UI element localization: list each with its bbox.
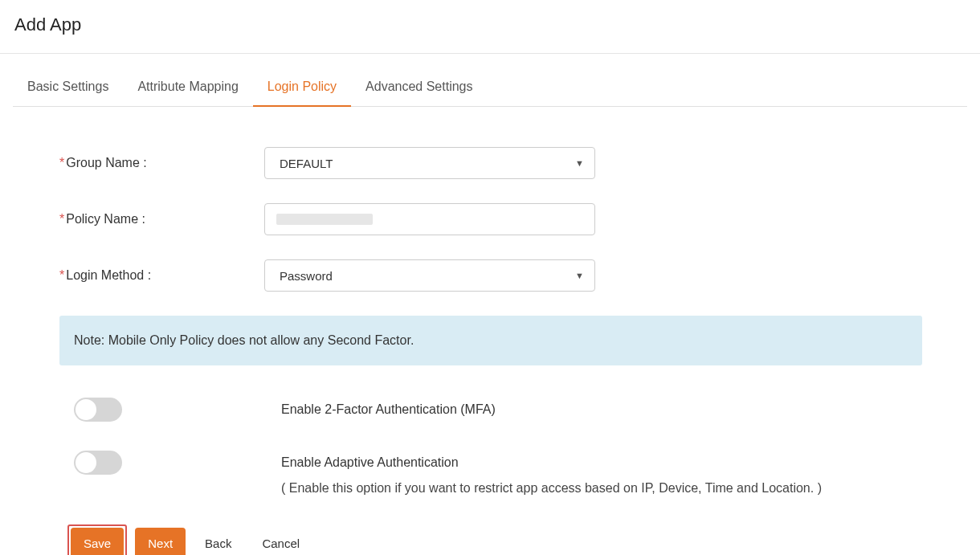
page-title: Add App: [0, 0, 980, 54]
tab-attribute-mapping[interactable]: Attribute Mapping: [123, 70, 252, 107]
tabs-bar: Basic Settings Attribute Mapping Login P…: [13, 70, 967, 107]
adaptive-toggle-label: Enable Adaptive Authentication: [281, 451, 822, 470]
policy-name-label: *Policy Name :: [59, 212, 264, 226]
policy-name-label-text: Policy Name :: [66, 212, 145, 226]
save-button[interactable]: Save: [71, 528, 124, 555]
cancel-button[interactable]: Cancel: [251, 528, 311, 555]
mfa-toggle-label: Enable 2-Factor Authentication (MFA): [281, 398, 496, 417]
toggle-knob: [76, 399, 96, 420]
back-button[interactable]: Back: [194, 528, 243, 555]
tab-advanced-settings[interactable]: Advanced Settings: [351, 70, 487, 107]
tab-basic-settings[interactable]: Basic Settings: [13, 70, 123, 107]
policy-name-input[interactable]: [264, 203, 595, 235]
next-button[interactable]: Next: [135, 528, 186, 555]
save-button-highlight: Save: [67, 524, 127, 555]
note-box: Note: Mobile Only Policy does not allow …: [59, 316, 922, 365]
login-method-label-text: Login Method :: [66, 268, 151, 282]
login-method-select[interactable]: [264, 259, 595, 292]
group-name-label: *Group Name :: [59, 156, 264, 170]
login-method-label: *Login Method :: [59, 268, 264, 283]
mfa-toggle[interactable]: [74, 398, 122, 422]
group-name-label-text: Group Name :: [66, 156, 146, 169]
redacted-value: [276, 214, 373, 225]
group-name-select[interactable]: [264, 147, 595, 179]
adaptive-toggle-sublabel: ( Enable this option if you want to rest…: [281, 481, 822, 496]
toggle-knob: [76, 452, 96, 473]
tab-login-policy[interactable]: Login Policy: [253, 70, 351, 107]
adaptive-toggle[interactable]: [74, 451, 122, 475]
